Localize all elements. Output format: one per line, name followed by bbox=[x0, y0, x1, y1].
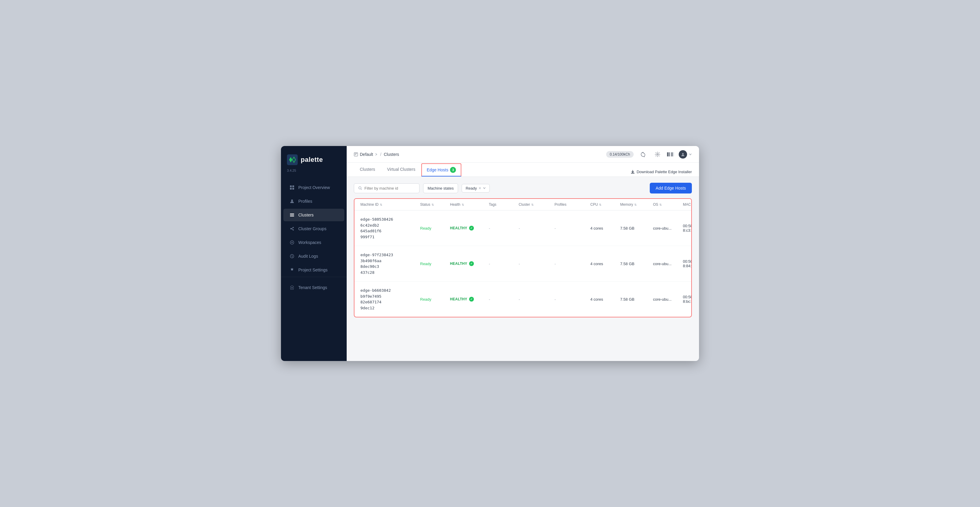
sidebar-nav: Project Overview Profiles bbox=[281, 178, 347, 361]
svg-rect-7 bbox=[290, 215, 294, 215]
sidebar-item-workspaces[interactable]: Workspaces bbox=[283, 236, 344, 249]
logo-text: palette bbox=[301, 156, 323, 164]
tab-virtual-clusters[interactable]: Virtual Clusters bbox=[381, 163, 421, 176]
table-row[interactable]: edge-b6603842 b9f9e7495 82e687174 9dec12… bbox=[355, 281, 691, 317]
svg-point-9 bbox=[290, 228, 291, 229]
sort-icon-status: ⇅ bbox=[431, 203, 434, 206]
sort-icon-os: ⇅ bbox=[659, 203, 662, 206]
svg-rect-4 bbox=[292, 188, 294, 190]
svg-point-11 bbox=[293, 229, 294, 230]
machine-states-dropdown[interactable]: Machine states bbox=[423, 183, 458, 193]
sidebar-item-project-overview[interactable]: Project Overview bbox=[283, 181, 344, 194]
th-os[interactable]: OS ⇅ bbox=[653, 202, 683, 207]
ready-filter-tag: Ready × bbox=[461, 184, 490, 192]
svg-point-17 bbox=[291, 269, 293, 270]
tabs-bar: Clusters Virtual Clusters Edge Hosts 3 D… bbox=[347, 163, 699, 177]
sidebar-item-label: Profiles bbox=[298, 199, 312, 203]
sort-icon-cluster: ⇅ bbox=[531, 203, 534, 206]
th-status[interactable]: Status ⇅ bbox=[420, 202, 450, 207]
machine-id-cell: edge-b6603842 b9f9e7495 82e687174 9dec12 bbox=[360, 288, 420, 311]
svg-rect-21 bbox=[355, 154, 356, 155]
mac-cell: 00:50:56:b 8:c3:6b bbox=[683, 224, 692, 233]
user-avatar-area[interactable] bbox=[679, 150, 692, 159]
settings-icon-btn[interactable] bbox=[653, 149, 662, 159]
usage-pill: 0.14/100kCh bbox=[606, 151, 634, 158]
tags-cell: - bbox=[489, 297, 519, 302]
sidebar: palette 3.4.25 Project Overview bbox=[281, 146, 347, 361]
sort-icon-memory: ⇅ bbox=[634, 203, 636, 206]
breadcrumb-default-text: Default bbox=[360, 152, 373, 157]
tab-edge-hosts-label: Edge Hosts bbox=[427, 167, 448, 172]
table-row[interactable]: edge-580538426 6c42edb2 645ad01f6 999f71… bbox=[355, 210, 691, 246]
th-mac-address[interactable]: MAC Addre... bbox=[683, 202, 692, 207]
content-area: Machine states Ready × Add Edge Hosts bbox=[347, 177, 699, 361]
version-text: 3.4.25 bbox=[281, 169, 347, 178]
table-row[interactable]: edge-97f238423 3b498f6aa 8dec90c3 437c28… bbox=[355, 246, 691, 281]
profiles-cell: - bbox=[555, 262, 590, 266]
th-health[interactable]: Health ⇅ bbox=[450, 202, 489, 207]
memory-cell: 7.58 GB bbox=[620, 262, 653, 266]
health-dot bbox=[469, 226, 474, 230]
main-content: Default / Clusters 0.14/100kCh bbox=[347, 146, 699, 361]
health-cell: HEALTHY bbox=[450, 261, 489, 266]
machine-id-cell: edge-580538426 6c42edb2 645ad01f6 999f71 bbox=[360, 216, 420, 240]
th-tags[interactable]: Tags bbox=[489, 202, 519, 207]
profiles-cell: - bbox=[555, 297, 590, 302]
table-header: Machine ID ⇅ Status ⇅ Health ⇅ Tags bbox=[355, 199, 691, 210]
sidebar-item-profiles[interactable]: Profiles bbox=[283, 195, 344, 208]
svg-rect-6 bbox=[290, 213, 294, 214]
sidebar-item-cluster-groups[interactable]: Cluster Groups bbox=[283, 223, 344, 235]
app-window: palette 3.4.25 Project Overview bbox=[281, 146, 699, 361]
svg-point-5 bbox=[291, 199, 293, 201]
th-machine-id[interactable]: Machine ID ⇅ bbox=[360, 202, 420, 207]
cluster-groups-icon bbox=[290, 226, 295, 231]
sidebar-item-tenant-settings[interactable]: Tenant Settings bbox=[283, 281, 344, 294]
breadcrumb-default[interactable]: Default bbox=[354, 152, 378, 157]
data-table: Machine ID ⇅ Status ⇅ Health ⇅ Tags bbox=[354, 198, 692, 317]
health-dot bbox=[469, 297, 474, 302]
tags-cell: - bbox=[489, 226, 519, 230]
sidebar-item-audit-logs[interactable]: Audit Logs bbox=[283, 250, 344, 262]
download-btn-label: Download Palette Edge Installer bbox=[636, 170, 692, 174]
tab-clusters[interactable]: Clusters bbox=[354, 163, 381, 176]
sidebar-item-label: Clusters bbox=[298, 213, 313, 218]
cpu-cell: 4 cores bbox=[590, 262, 620, 266]
sidebar-bottom: Tenant Settings bbox=[281, 277, 347, 298]
sidebar-item-project-settings[interactable]: Project Settings bbox=[283, 264, 344, 276]
th-memory[interactable]: Memory ⇅ bbox=[620, 202, 653, 207]
filter-bar: Machine states Ready × Add Edge Hosts bbox=[354, 183, 692, 194]
download-installer-btn[interactable]: Download Palette Edge Installer bbox=[631, 167, 692, 176]
ready-filter-text: Ready bbox=[466, 186, 477, 191]
sidebar-item-label: Project Settings bbox=[298, 267, 328, 272]
th-profiles[interactable]: Profiles bbox=[555, 202, 590, 207]
cluster-cell: - bbox=[519, 262, 555, 266]
sidebar-item-clusters[interactable]: Clusters bbox=[283, 209, 344, 221]
cpu-cell: 4 cores bbox=[590, 297, 620, 302]
add-edge-hosts-button[interactable]: Add Edge Hosts bbox=[650, 183, 692, 194]
ready-filter-close[interactable]: × bbox=[479, 186, 481, 190]
os-cell: core-ubu... bbox=[653, 297, 683, 302]
tenant-settings-icon bbox=[290, 285, 295, 290]
status-cell: Ready bbox=[420, 226, 450, 230]
sidebar-logo: palette bbox=[281, 146, 347, 169]
sidebar-item-label: Workspaces bbox=[298, 240, 321, 245]
health-dot bbox=[469, 261, 474, 266]
mac-cell: 00:50:56:b 8:84:0a bbox=[683, 259, 692, 268]
machine-id-cell: edge-97f238423 3b498f6aa 8dec90c3 437c28 bbox=[360, 252, 420, 275]
tab-edge-hosts[interactable]: Edge Hosts 3 bbox=[421, 163, 461, 176]
cpu-cell: 4 cores bbox=[590, 226, 620, 230]
search-input[interactable] bbox=[364, 186, 415, 191]
th-cpu[interactable]: CPU ⇅ bbox=[590, 202, 620, 207]
tabs-list: Clusters Virtual Clusters Edge Hosts 3 bbox=[354, 163, 461, 176]
svg-rect-3 bbox=[290, 188, 292, 190]
svg-point-15 bbox=[291, 242, 293, 243]
svg-line-13 bbox=[291, 229, 293, 230]
svg-rect-24 bbox=[631, 173, 635, 173]
search-box[interactable] bbox=[354, 183, 420, 193]
tab-clusters-label: Clusters bbox=[360, 167, 375, 172]
status-cell: Ready bbox=[420, 297, 450, 302]
bars-display-icon[interactable] bbox=[667, 152, 674, 156]
chat-icon-btn[interactable] bbox=[638, 149, 648, 159]
svg-rect-20 bbox=[355, 153, 357, 154]
th-cluster[interactable]: Cluster ⇅ bbox=[519, 202, 555, 207]
